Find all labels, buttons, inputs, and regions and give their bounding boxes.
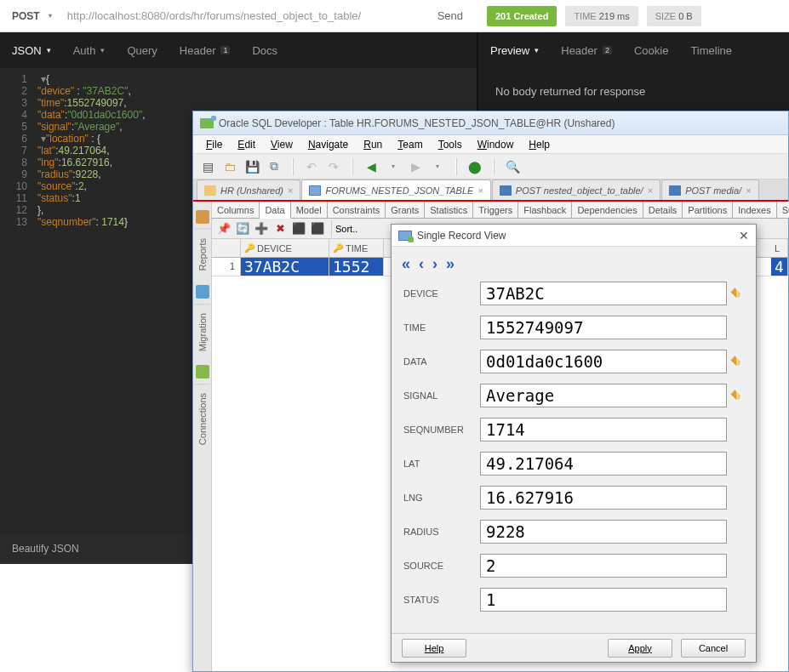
cell-device[interactable]: 37AB2C — [241, 258, 329, 276]
http-method-dropdown[interactable]: POST — [0, 10, 64, 22]
tab-timeline[interactable]: Timeline — [690, 44, 732, 57]
doc-tab[interactable]: HR (Unshared)× — [197, 179, 300, 200]
forward-icon[interactable]: ▶ — [406, 157, 425, 176]
doc-tab[interactable]: POST nested_object_to_table/× — [492, 179, 660, 200]
apply-button[interactable]: Apply — [608, 639, 672, 658]
col-device[interactable]: DEVICE — [257, 243, 292, 253]
field-lng[interactable]: 16.627916 — [480, 486, 727, 510]
new-icon[interactable]: ▤ — [198, 157, 217, 176]
field-row: TIME1552749097 — [403, 316, 744, 339]
coltab-statistics[interactable]: Statistics — [425, 202, 473, 218]
help-button[interactable]: Help — [402, 639, 466, 658]
coltab-indexes[interactable]: Indexes — [733, 202, 777, 218]
save-all-icon[interactable]: ⧉ — [265, 157, 283, 176]
connections-icon[interactable] — [196, 365, 209, 379]
coltab-data[interactable]: Data — [260, 202, 290, 219]
edit-icon — [729, 486, 744, 510]
close-tab-icon[interactable]: × — [648, 185, 653, 196]
field-device[interactable]: 37AB2C — [480, 282, 727, 305]
close-tab-icon[interactable]: × — [288, 185, 293, 196]
prev-record-icon[interactable]: ‹ — [419, 255, 424, 273]
field-data[interactable]: 0d01da0c1600 — [480, 350, 727, 373]
dialog-title-bar[interactable]: Single Record View ✕ — [392, 225, 756, 247]
menu-view[interactable]: View — [263, 139, 300, 151]
coltab-columns[interactable]: Columns — [212, 202, 260, 218]
coltab-model[interactable]: Model — [291, 202, 328, 218]
coltab-grants[interactable]: Grants — [386, 202, 425, 218]
coltab-dependencies[interactable]: Dependencies — [572, 202, 643, 218]
pin-icon[interactable]: 📌 — [215, 220, 232, 237]
record-fields: DEVICE37AB2CTIME1552749097DATA0d01da0c16… — [392, 278, 756, 633]
migration-icon[interactable] — [196, 285, 209, 299]
cancel-button[interactable]: Cancel — [681, 639, 746, 658]
coltab-triggers[interactable]: Triggers — [473, 202, 518, 218]
menu-run[interactable]: Run — [356, 139, 390, 151]
back-menu-icon[interactable]: ▾ — [384, 157, 403, 176]
edit-icon[interactable] — [729, 384, 744, 407]
menu-team[interactable]: Team — [390, 139, 430, 151]
coltab-sql[interactable]: SQL — [777, 202, 789, 218]
forward-menu-icon[interactable]: ▾ — [428, 157, 447, 176]
tab-json[interactable]: JSON▾ — [12, 44, 51, 57]
tab-cookie[interactable]: Cookie — [634, 44, 668, 57]
menu-navigate[interactable]: Navigate — [300, 139, 356, 151]
field-time[interactable]: 1552749097 — [480, 316, 727, 339]
field-source[interactable]: 2 — [480, 554, 727, 578]
next-record-icon[interactable]: › — [432, 255, 437, 273]
coltab-details[interactable]: Details — [643, 202, 683, 218]
coltab-flashback[interactable]: Flashback — [518, 202, 572, 218]
side-tab-reports[interactable]: Reports — [195, 229, 210, 280]
tab-auth[interactable]: Auth▾ — [73, 44, 106, 57]
doc-tab[interactable]: FORUMS_NESTED_JSON_TABLE× — [301, 179, 490, 200]
tab-query[interactable]: Query — [127, 44, 157, 57]
doc-tab[interactable]: POST media/× — [661, 179, 758, 200]
first-record-icon[interactable]: « — [402, 255, 410, 273]
edit-icon[interactable] — [729, 350, 744, 373]
col-time[interactable]: TIME — [346, 243, 368, 253]
row-index: 1 — [212, 258, 241, 276]
redo-icon[interactable]: ↷ — [324, 157, 343, 176]
cell-l[interactable]: 4 — [771, 258, 788, 276]
tab-docs[interactable]: Docs — [252, 44, 277, 57]
sort-button[interactable]: Sort.. — [331, 220, 361, 237]
back-icon[interactable]: ◀ — [362, 157, 380, 176]
field-seqnumber[interactable]: 1714 — [480, 418, 727, 441]
rollback-icon[interactable]: ⬛ — [309, 220, 326, 237]
cell-time[interactable]: 1552 — [329, 258, 384, 276]
last-record-icon[interactable]: » — [446, 255, 455, 273]
tab-res-header[interactable]: Header2 — [561, 44, 612, 57]
coltab-constraints[interactable]: Constraints — [328, 202, 386, 218]
menu-window[interactable]: Window — [470, 139, 522, 151]
menu-edit[interactable]: Edit — [230, 139, 263, 151]
close-tab-icon[interactable]: × — [477, 185, 483, 196]
add-row-icon[interactable]: ➕ — [253, 220, 270, 237]
side-tab-migration[interactable]: Migration — [195, 304, 210, 360]
save-icon[interactable]: 💾 — [243, 157, 261, 176]
menu-file[interactable]: File — [198, 139, 230, 151]
menu-help[interactable]: Help — [521, 139, 557, 151]
commit-icon[interactable]: ⬛ — [290, 220, 307, 237]
url-input[interactable]: http://localhost:8080/ords/hr/forums/nes… — [64, 9, 424, 22]
field-radius[interactable]: 9228 — [480, 520, 727, 544]
close-icon[interactable]: ✕ — [739, 229, 749, 242]
window-title-bar[interactable]: Oracle SQL Developer : Table HR.FORUMS_N… — [193, 111, 788, 135]
edit-icon[interactable] — [729, 282, 744, 305]
side-tab-connections[interactable]: Connections — [195, 384, 210, 453]
find-icon[interactable]: 🔍 — [503, 157, 522, 176]
coltab-partitions[interactable]: Partitions — [683, 202, 733, 218]
refresh-icon[interactable]: 🔄 — [234, 220, 251, 237]
col-l[interactable]: L — [775, 243, 780, 253]
close-tab-icon[interactable]: × — [746, 185, 751, 196]
tab-preview[interactable]: Preview▾ — [490, 44, 539, 57]
menu-tools[interactable]: Tools — [431, 139, 470, 151]
reports-icon[interactable] — [196, 210, 209, 224]
open-icon[interactable]: 🗀 — [220, 157, 239, 176]
send-button[interactable]: Send — [424, 9, 477, 22]
field-lat[interactable]: 49.217064 — [480, 452, 727, 476]
tab-header[interactable]: Header1 — [180, 44, 231, 57]
field-status[interactable]: 1 — [480, 588, 727, 612]
delete-row-icon[interactable]: ✖ — [272, 220, 289, 237]
undo-icon[interactable]: ↶ — [302, 157, 321, 176]
sql-icon[interactable]: ⬤ — [466, 157, 484, 176]
field-signal[interactable]: Average — [480, 384, 727, 407]
